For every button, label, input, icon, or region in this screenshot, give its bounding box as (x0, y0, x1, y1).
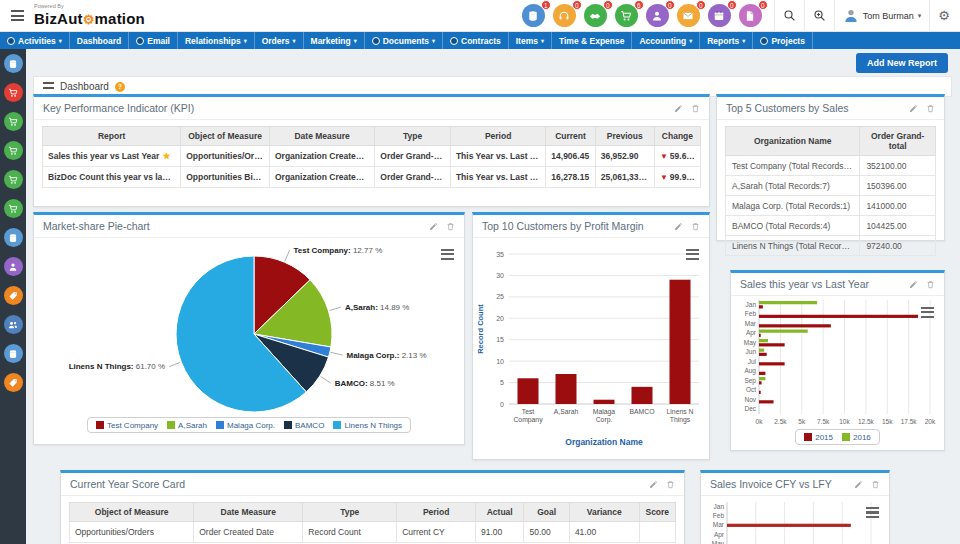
nav-item[interactable]: Time & Expense (552, 32, 633, 49)
advanced-search-icon[interactable] (813, 9, 826, 22)
sidebar-shortcut[interactable] (4, 199, 23, 218)
nav-item[interactable]: Relationships ▾ (178, 32, 255, 49)
nav-item-icon (7, 37, 15, 45)
sidebar-shortcut[interactable] (4, 257, 23, 276)
kpi-row: BizDoc Count this year vs last year★ Opp… (43, 167, 701, 188)
svg-text:Linens N: Linens N (667, 408, 694, 415)
legend-item[interactable]: Malaga Corp. (216, 421, 275, 430)
notification-icon[interactable]: 0 (739, 4, 762, 27)
sidebar-shortcut[interactable] (4, 315, 23, 334)
user-menu[interactable]: Tom Burman ▾ (843, 8, 922, 24)
sidebar-shortcut[interactable] (4, 54, 23, 73)
column-header: Change (654, 127, 700, 146)
column-header: Actual (475, 503, 523, 522)
profit-margin-panel: Top 10 Customers by Profit Margin 051015… (472, 212, 710, 460)
edit-pencil-icon[interactable] (909, 104, 918, 113)
notification-icon[interactable]: 1 (522, 4, 545, 27)
delete-trash-icon[interactable] (691, 104, 700, 113)
edit-pencil-icon[interactable] (649, 480, 658, 489)
notification-icon[interactable]: 0 (553, 4, 576, 27)
sales-invoice-panel: Sales Invoice CFY vs LFY JanFebMarAprMay… (700, 470, 890, 544)
legend-item[interactable]: 2015 (804, 433, 833, 442)
svg-text:5k: 5k (798, 418, 806, 425)
add-new-report-button[interactable]: Add New Report (856, 53, 948, 73)
nav-item[interactable]: Activities ▾ (0, 32, 70, 49)
top5-customers-panel: Top 5 Customers by Sales Organization Na… (716, 94, 945, 241)
delete-trash-icon[interactable] (926, 104, 935, 113)
legend-item[interactable]: BAMCO (284, 421, 324, 430)
customer-row: A,Sarah (Total Records:7)150396.00 (726, 176, 936, 196)
nav-item[interactable]: Contracts (443, 32, 509, 49)
legend-item[interactable]: Test Company (96, 421, 158, 430)
chevron-down-icon: ▾ (918, 12, 922, 20)
legend-item[interactable]: 2016 (842, 433, 871, 442)
legend-item[interactable]: A,Sarah (167, 421, 207, 430)
search-icon[interactable] (783, 9, 796, 22)
notification-icon[interactable]: 0 (584, 4, 607, 27)
edit-pencil-icon[interactable] (674, 104, 683, 113)
notification-icon[interactable]: 0 (708, 4, 731, 27)
delete-trash-icon[interactable] (446, 222, 455, 231)
panel-title: Sales this year vs Last Year (740, 278, 869, 290)
svg-text:Record Count: Record Count (476, 304, 485, 354)
sales-yoy-panel: Sales this year vs Last Year 0k2.5k5k7.5… (730, 270, 945, 451)
svg-text:7.5k: 7.5k (817, 418, 830, 425)
chart-menu-icon[interactable] (441, 246, 454, 264)
chart-menu-icon[interactable] (686, 246, 699, 264)
svg-text:Test: Test (522, 408, 535, 415)
down-arrow-icon: ▼ (660, 173, 668, 182)
menu-icon[interactable] (11, 10, 24, 21)
sidebar-shortcut[interactable] (4, 344, 23, 363)
sidebar-shortcut[interactable] (4, 141, 23, 160)
chart-menu-icon[interactable] (921, 304, 934, 322)
svg-text:Test Company: 12.77 %: Test Company: 12.77 % (294, 246, 383, 255)
column-header: Report (43, 127, 181, 146)
svg-text:Company: Company (513, 416, 543, 424)
notification-icon[interactable]: 0 (646, 4, 669, 27)
nav-item[interactable]: Projects (753, 32, 813, 49)
help-badge[interactable]: ? (115, 82, 125, 92)
svg-text:Apr: Apr (714, 531, 725, 539)
sidebar-shortcut[interactable] (4, 228, 23, 247)
delete-trash-icon[interactable] (691, 222, 700, 231)
nav-item[interactable]: Items ▾ (509, 32, 552, 49)
nav-item[interactable]: Accounting ▾ (632, 32, 700, 49)
settings-gear-icon[interactable]: ⚙ (938, 8, 950, 23)
delete-trash-icon[interactable] (666, 480, 675, 489)
notification-icon[interactable]: 6 (615, 4, 638, 27)
nav-item[interactable]: Dashboard (70, 32, 129, 49)
divider (804, 0, 805, 32)
nav-item-icon (760, 37, 768, 45)
edit-pencil-icon[interactable] (429, 222, 438, 231)
sidebar-shortcut[interactable] (4, 170, 23, 189)
sidebar-shortcut[interactable] (4, 373, 23, 392)
score-card-panel: Current Year Score Card Object of Measur… (60, 470, 685, 544)
nav-item[interactable]: Email (129, 32, 178, 49)
nav-item[interactable]: Orders ▾ (255, 32, 304, 49)
svg-text:5: 5 (500, 379, 504, 386)
delete-trash-icon[interactable] (871, 480, 880, 489)
delete-trash-icon[interactable] (926, 280, 935, 289)
sidebar-shortcut[interactable] (4, 83, 23, 102)
svg-text:Things: Things (670, 416, 691, 424)
notification-icon[interactable]: 0 (677, 4, 700, 27)
legend-item[interactable]: Linens N Things (333, 421, 402, 430)
nav-item[interactable]: Documents ▾ (365, 32, 443, 49)
svg-text:Corp.: Corp. (596, 416, 613, 424)
star-icon[interactable]: ★ (162, 151, 170, 161)
edit-pencil-icon[interactable] (909, 280, 918, 289)
nav-item[interactable]: Reports ▾ (700, 32, 753, 49)
main-nav: Activities ▾ Dashboard Email Relationshi… (0, 32, 960, 49)
divider (929, 0, 930, 32)
svg-text:35: 35 (496, 251, 504, 258)
chart-menu-icon[interactable] (866, 504, 879, 522)
menu-icon[interactable] (43, 82, 54, 91)
down-arrow-icon: ▼ (660, 152, 668, 161)
svg-text:10: 10 (496, 358, 504, 365)
sidebar-shortcut[interactable] (4, 112, 23, 131)
sidebar-shortcut[interactable] (4, 286, 23, 305)
edit-pencil-icon[interactable] (674, 222, 683, 231)
nav-item[interactable]: Marketing ▾ (304, 32, 365, 49)
edit-pencil-icon[interactable] (854, 480, 863, 489)
column-header: Date Measure (194, 503, 303, 522)
